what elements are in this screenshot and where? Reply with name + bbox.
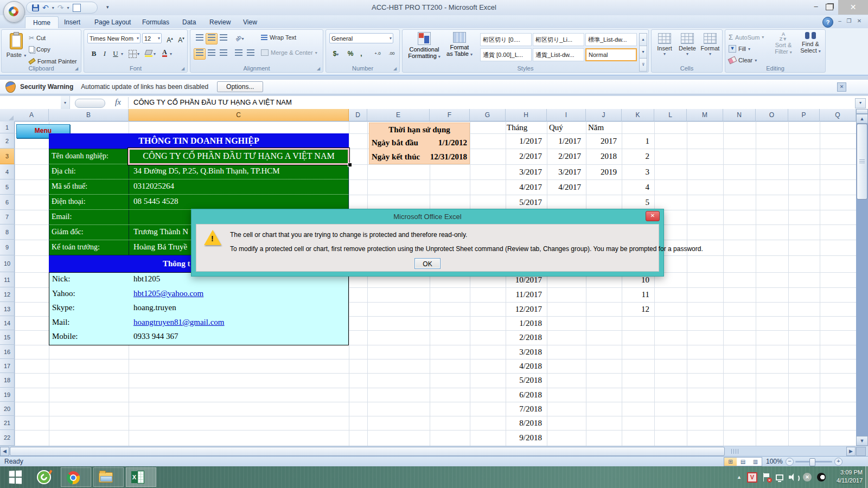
column-header-O[interactable]: O (756, 109, 788, 121)
sheet-cell[interactable]: 7/2018 (506, 402, 545, 416)
sheet-cell[interactable]: 9/2018 (506, 430, 545, 446)
italic-button[interactable]: I (99, 48, 110, 60)
security-bar-close-icon[interactable]: ✕ (837, 82, 846, 92)
sheet-cell[interactable]: 1/2018 (506, 316, 545, 330)
mail-link[interactable]: hoangtruyen81@gmail.com (129, 316, 348, 331)
sheet-cell[interactable]: 1/2017 (547, 133, 584, 149)
column-header-D[interactable]: D (349, 109, 367, 121)
name-box-dropdown-icon[interactable]: ▾ (61, 96, 70, 110)
merge-center-button[interactable]: Merge & Center ▾ (261, 49, 317, 56)
shrink-font-button[interactable]: A▾ (175, 33, 187, 44)
comma-style-button[interactable]: , (356, 48, 366, 60)
borders-icon[interactable] (129, 50, 137, 58)
sheet-cell[interactable]: 2018 (586, 149, 620, 164)
formula-bar-expand-icon[interactable]: ▾ (855, 98, 866, 108)
sheet-cell[interactable]: 12/2017 (506, 302, 545, 316)
column-header-I[interactable]: I (547, 109, 586, 121)
style-cell[interactable]: 桁区切り_Li... (533, 33, 584, 46)
yahoo-link[interactable]: hbt1205@yahoo.com (129, 287, 348, 302)
sheet-cell[interactable]: 2019 (586, 164, 620, 179)
row-header-21[interactable]: 21 (0, 416, 15, 430)
row-header-1[interactable]: 1 (0, 121, 15, 133)
company-name-value[interactable]: CÔNG TY CỔ PHẦN ĐẦU TƯ HẠNG A VIỆT NAM (129, 149, 348, 164)
insert-cells-button[interactable]: Insert ▾ (654, 33, 675, 56)
sheet-cell[interactable]: 3/2017 (506, 164, 545, 179)
office-button[interactable] (3, 1, 25, 23)
sheet-cell[interactable]: 11 (622, 287, 653, 302)
row-header-5[interactable]: 5 (0, 179, 15, 195)
cut-button[interactable]: ✂ Cut (29, 34, 46, 42)
style-cell-selected[interactable]: Normal (585, 48, 637, 61)
scroll-up-icon[interactable]: ▲ (856, 114, 868, 124)
align-right-button[interactable] (218, 48, 229, 60)
mobile-value[interactable]: 0933 944 367 (129, 330, 348, 345)
find-select-button[interactable]: Find & Select ▾ (797, 32, 824, 54)
table-row[interactable]: Mobile: 0933 944 367 (49, 330, 348, 345)
dialog-close-button[interactable]: ✕ (646, 211, 660, 221)
font-color-icon[interactable]: A (162, 49, 167, 57)
row-header-3[interactable]: 3 (0, 149, 15, 164)
wrap-text-button[interactable]: Wrap Text (261, 34, 296, 41)
sheet-cell[interactable]: 8/2018 (506, 416, 545, 430)
table-row[interactable]: Tên doanh nghiệp: CÔNG TY CỔ PHẦN ĐẦU TƯ… (49, 149, 348, 164)
increase-decimal-button[interactable]: +.0 (371, 48, 385, 60)
address-value[interactable]: 34 Đường D5, P.25, Q.Bình Thạnh, TP.HCM (129, 164, 348, 179)
sheet-cell[interactable]: 12 (622, 302, 653, 316)
skype-value[interactable]: hoang.truyen (129, 301, 348, 316)
row-header-4[interactable]: 4 (0, 164, 15, 179)
sheet-cell[interactable]: 3/2018 (506, 345, 545, 359)
table-row[interactable]: Skype: hoang.truyen (49, 301, 348, 316)
autosum-button[interactable]: Σ AutoSum ▾ (729, 33, 764, 41)
sort-filter-button[interactable]: AZ▼ Sort & Filter ▾ (771, 32, 796, 55)
fill-button[interactable]: ▼ Fill ▾ (729, 45, 750, 53)
row-header-9[interactable]: 9 (0, 240, 15, 255)
ime-language-icon[interactable] (817, 473, 826, 481)
format-painter-button[interactable]: Format Painter (29, 58, 77, 65)
sheet-cell[interactable]: 1 (622, 133, 653, 149)
redo-dropdown-icon[interactable]: ▾ (67, 5, 69, 10)
workbook-minimize-button[interactable]: – (836, 18, 844, 25)
row-header-14[interactable]: 14 (0, 316, 15, 330)
conditional-formatting-button[interactable]: Conditional Formatting ▾ (407, 32, 442, 59)
column-header-H[interactable]: H (506, 109, 547, 121)
volume-icon[interactable] (789, 473, 797, 481)
undo-dropdown-icon[interactable]: ▾ (52, 5, 54, 10)
delete-cells-button[interactable]: Delete ▾ (676, 33, 698, 56)
select-all-button[interactable] (0, 109, 15, 122)
fill-handle[interactable] (348, 163, 352, 167)
column-header-A[interactable]: A (15, 109, 49, 121)
save-icon[interactable] (32, 4, 39, 11)
zoom-slider-thumb[interactable] (809, 458, 815, 466)
decrease-indent-button[interactable] (233, 48, 245, 60)
table-row[interactable]: Mail: hoangtruyen81@gmail.com (49, 316, 348, 331)
column-header-L[interactable]: L (654, 109, 687, 121)
tab-home[interactable]: Home (25, 16, 59, 29)
alignment-dialog-launcher-icon[interactable]: ◢ (317, 66, 322, 71)
fill-color-dropdown-icon[interactable]: ▾ (154, 52, 156, 56)
scroll-left-icon[interactable]: ◀ (0, 447, 9, 456)
styles-scroll-up-icon[interactable]: ▲ (639, 33, 647, 47)
ok-button[interactable]: OK (414, 258, 441, 269)
increase-indent-button[interactable] (245, 48, 257, 60)
security-options-button[interactable]: Options... (217, 81, 263, 92)
page-layout-view-button[interactable]: ▤ (737, 458, 749, 466)
row-header-13[interactable]: 13 (0, 302, 15, 316)
row-header-19[interactable]: 19 (0, 388, 15, 402)
percent-style-button[interactable]: % (344, 48, 356, 60)
tray-expand-icon[interactable]: ▲ (737, 474, 742, 480)
sheet-cell[interactable]: 3/2017 (547, 164, 584, 179)
excel-icon[interactable]: X (131, 471, 144, 484)
column-header-G[interactable]: G (470, 109, 506, 121)
scroll-down-icon[interactable]: ▼ (856, 436, 868, 446)
vmware-tray-icon[interactable]: V (747, 472, 757, 483)
action-center-flag-icon[interactable]: ✕ (763, 473, 770, 481)
orientation-button[interactable]: ab▾ (233, 33, 247, 44)
chrome-icon[interactable] (67, 471, 80, 484)
table-row[interactable]: Mã số thuế: 0312025264 (49, 179, 348, 195)
row-header-10[interactable]: 10 (0, 255, 15, 272)
row-header-16[interactable]: 16 (0, 345, 15, 359)
font-dialog-launcher-icon[interactable]: ◢ (181, 66, 186, 71)
column-header-Q[interactable]: Q (820, 109, 856, 121)
sheet-cell[interactable]: 3 (622, 164, 653, 179)
row-header-12[interactable]: 12 (0, 287, 15, 302)
